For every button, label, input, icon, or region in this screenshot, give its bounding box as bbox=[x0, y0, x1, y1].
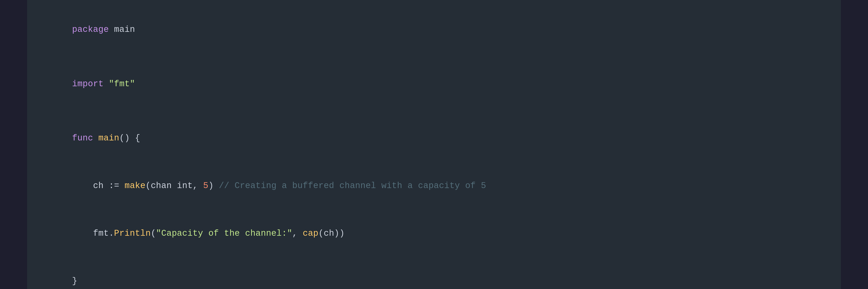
keyword-import: import bbox=[72, 79, 103, 89]
plain-space bbox=[103, 79, 109, 89]
code-line-5: func main() { bbox=[41, 114, 827, 162]
plain-comma: , bbox=[292, 228, 303, 238]
code-line-1: package main bbox=[41, 6, 827, 53]
keyword-func: func bbox=[72, 133, 93, 143]
func-cap: cap bbox=[303, 228, 318, 238]
code-line-7: fmt.Println("Capacity of the channel:", … bbox=[41, 210, 827, 257]
plain-text-2 bbox=[93, 133, 98, 143]
string-fmt: "fmt" bbox=[109, 79, 135, 89]
blank-line bbox=[41, 53, 827, 60]
code-line-6: ch := make(chan int, 5) // Creating a bu… bbox=[41, 162, 827, 210]
plain-indent-1: ch := bbox=[72, 181, 125, 190]
plain-text: main bbox=[109, 25, 135, 34]
code-window: package main import "fmt" func main() { … bbox=[27, 0, 841, 289]
plain-indent-2: fmt. bbox=[72, 228, 114, 238]
comment-text: // Creating a buffered channel with a ca… bbox=[219, 181, 486, 190]
plain-paren: () { bbox=[119, 133, 141, 143]
code-line-8: } bbox=[41, 257, 827, 289]
func-name-main: main bbox=[98, 133, 119, 143]
plain-paren-2: (chan int, bbox=[146, 181, 203, 190]
code-line-3: import "fmt" bbox=[41, 60, 827, 108]
func-make: make bbox=[125, 181, 146, 190]
number-5: 5 bbox=[203, 181, 209, 190]
string-capacity: "Capacity of the channel:" bbox=[156, 228, 292, 238]
keyword-package: package bbox=[72, 25, 109, 34]
code-editor: package main import "fmt" func main() { … bbox=[41, 6, 827, 289]
blank-line-2 bbox=[41, 108, 827, 114]
plain-open-paren-3: ( bbox=[151, 228, 156, 238]
plain-ch-arg: (ch)) bbox=[318, 228, 345, 238]
func-println: Println bbox=[114, 228, 151, 238]
plain-closing-brace: } bbox=[72, 276, 77, 286]
plain-close-paren: ) bbox=[209, 181, 219, 190]
